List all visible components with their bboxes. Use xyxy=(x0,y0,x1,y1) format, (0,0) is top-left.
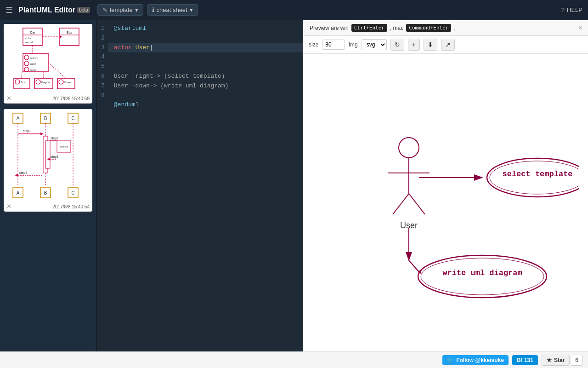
twitter-icon: 🐦 xyxy=(447,357,454,363)
svg-text:A: A xyxy=(16,190,19,196)
code-text[interactable]: @startuml actor User| User -right-> (sel… xyxy=(108,20,303,351)
mac-shortcut-key: Command+Enter xyxy=(406,24,451,32)
svg-text:C: C xyxy=(71,190,74,196)
template-label: template xyxy=(110,6,133,13)
history-timestamp-2: 2017/8/8 15:40:54 xyxy=(52,204,90,210)
svg-text:step4: step4 xyxy=(19,171,27,175)
svg-marker-52 xyxy=(15,174,18,177)
beta-badge: beta xyxy=(77,7,90,13)
hamburger-menu-icon[interactable]: ☰ xyxy=(6,5,13,15)
svg-text:step1: step1 xyxy=(23,129,31,133)
hatebu-button[interactable]: B! 131 xyxy=(512,355,538,365)
refresh-button[interactable]: ↻ xyxy=(390,39,404,51)
cheat-sheet-button[interactable]: ℹ cheat sheet ▾ xyxy=(147,4,198,16)
svg-text:step3: step3 xyxy=(51,155,58,159)
size-input[interactable] xyxy=(322,40,345,50)
preview-diagram-svg: User select template xyxy=(312,92,579,313)
cheatsheet-chevron-icon: ▾ xyxy=(190,6,193,13)
code-area[interactable]: 1 2 3 4 5 6 7 8 @startuml actor User| Us… xyxy=(96,20,303,351)
svg-rect-43 xyxy=(45,141,50,168)
app-brand: PlantUML Editor xyxy=(18,6,75,14)
code-editor: 1 2 3 4 5 6 7 8 @startuml actor User| Us… xyxy=(96,20,303,351)
svg-line-27 xyxy=(22,72,22,79)
svg-line-76 xyxy=(409,260,419,272)
svg-text:run(): run() xyxy=(30,63,36,65)
download-button[interactable]: ⬇ xyxy=(424,39,437,51)
star-label: Star xyxy=(554,357,565,363)
footer: 🐦 Follow @kkeisuke B! 131 ★ Star 6 xyxy=(0,351,588,368)
svg-line-64 xyxy=(409,194,425,214)
class-diagram-svg: Car color model Bus start() xyxy=(9,26,87,92)
sidebar: Car color model Bus start() xyxy=(0,20,96,351)
svg-text:color: color xyxy=(25,37,31,40)
cheatsheet-icon: ℹ xyxy=(152,6,154,13)
svg-text:Tire: Tire xyxy=(21,81,26,84)
banner-mac-label: , mac xyxy=(390,25,403,31)
star-count: 6 xyxy=(571,355,582,366)
template-button[interactable]: ✎ template ▾ xyxy=(97,4,143,16)
template-chevron-icon: ▾ xyxy=(135,6,138,13)
svg-text:Driver: Driver xyxy=(64,81,72,84)
svg-text:step2: step2 xyxy=(51,137,58,140)
size-label: size xyxy=(309,41,318,48)
help-label: HELP xyxy=(567,6,582,13)
svg-line-29 xyxy=(48,63,66,79)
svg-text:start(): start() xyxy=(30,57,38,59)
svg-line-63 xyxy=(393,194,409,214)
svg-text:Bus: Bus xyxy=(66,31,72,34)
header: ☰ PlantUML Editor beta ✎ template ▾ ℹ ch… xyxy=(0,0,588,20)
twitter-follow-button[interactable]: 🐦 Follow @kkeisuke xyxy=(442,355,509,365)
history-diagram-2: A B C step1 xyxy=(6,111,90,201)
history-card-1[interactable]: Car color model Bus start() xyxy=(4,24,92,104)
svg-text:write uml diagram: write uml diagram xyxy=(442,269,522,277)
template-icon: ✎ xyxy=(102,6,107,13)
svg-point-60 xyxy=(399,138,419,158)
history-close-1[interactable]: ✕ xyxy=(6,95,11,102)
svg-text:Car: Car xyxy=(30,31,35,34)
preview-canvas: User select template xyxy=(303,54,588,351)
banner-close-button[interactable]: × xyxy=(578,24,582,32)
share-button[interactable]: ↗ xyxy=(441,39,455,51)
banner-dot: . xyxy=(454,25,455,31)
zoom-in-button[interactable]: + xyxy=(408,39,420,51)
svg-text:B: B xyxy=(44,116,47,121)
preview-toolbar: size img svg png txt ↻ + ⬇ ↗ xyxy=(303,36,588,54)
svg-text:model: model xyxy=(25,41,33,44)
svg-text:A: A xyxy=(16,116,19,121)
history-timestamp-1: 2017/8/8 15:40:59 xyxy=(52,96,90,102)
svg-text:Engine: Engine xyxy=(41,81,50,84)
svg-text:C: C xyxy=(71,116,74,121)
line-numbers: 1 2 3 4 5 6 7 8 xyxy=(96,20,108,351)
history-diagram-1: Car color model Bus start() xyxy=(6,26,90,92)
img-label: img xyxy=(349,41,357,48)
twitter-label: Follow @kkeisuke xyxy=(456,357,504,363)
history-close-2[interactable]: ✕ xyxy=(6,203,11,210)
cheat-sheet-label: cheat sheet xyxy=(157,6,187,13)
svg-text:action: action xyxy=(59,145,68,149)
hatebu-label: B! 131 xyxy=(517,357,533,363)
win-shortcut-key: Ctrl+Enter xyxy=(351,24,387,32)
banner-text: Preview are win xyxy=(310,25,349,31)
svg-text:select template: select template xyxy=(502,170,572,178)
sequence-diagram-svg: A B C step1 xyxy=(9,111,87,201)
star-icon: ★ xyxy=(547,357,552,363)
img-format-select[interactable]: svg png txt xyxy=(362,39,387,50)
star-button[interactable]: ★ Star xyxy=(542,355,570,366)
svg-marker-40 xyxy=(40,132,44,135)
main-area: Car color model Bus start() xyxy=(0,20,588,351)
preview-panel: Preview are win Ctrl+Enter , mac Command… xyxy=(303,20,588,351)
svg-text:stop(): stop() xyxy=(30,69,37,71)
svg-text:B: B xyxy=(44,190,47,196)
help-icon: ? xyxy=(561,6,565,13)
preview-banner: Preview are win Ctrl+Enter , mac Command… xyxy=(303,20,588,36)
history-card-2[interactable]: A B C step1 xyxy=(4,109,92,212)
help-button[interactable]: ? HELP xyxy=(561,6,582,13)
